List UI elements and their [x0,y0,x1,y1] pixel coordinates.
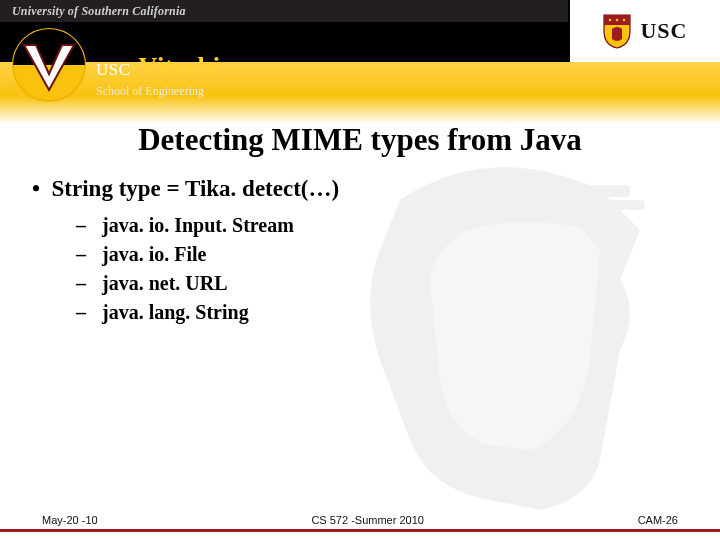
footer-slide-number: CAM-26 [638,514,678,526]
bullet-dot-icon: • [32,176,52,201]
usc-shield-icon [602,13,632,49]
slide-footer: May-20 -10 CS 572 -Summer 2010 CAM-26 [0,506,720,540]
lockup-viterbi-label: Viterbi [139,52,221,82]
dash-icon: – [76,243,90,266]
sub-item-text: java. lang. String [102,301,249,324]
lockup-usc-label: USC [96,60,131,80]
trojan-watermark-icon [340,160,660,520]
bullet-text: String type = Tika. detect(…) [52,176,340,201]
svg-rect-1 [515,200,645,210]
sub-item-text: java. net. URL [102,272,228,295]
viterbi-v-icon [12,28,86,102]
footer-date: May-20 -10 [42,514,98,526]
svg-rect-2 [400,290,430,410]
dash-icon: – [76,214,90,237]
list-item: – java. lang. String [76,301,294,324]
svg-point-5 [623,19,626,22]
svg-point-3 [609,19,612,22]
footer-rule [0,529,720,532]
dash-icon: – [76,272,90,295]
usc-shield-block: USC [568,0,720,62]
viterbi-lockup-text: USC Viterbi School of Engineering [96,52,221,99]
list-item: – java. io. Input. Stream [76,214,294,237]
sub-bullet-list: – java. io. Input. Stream – java. io. Fi… [76,214,294,330]
viterbi-lockup: USC Viterbi School of Engineering [12,28,221,102]
svg-rect-0 [520,185,630,197]
dash-icon: – [76,301,90,324]
list-item: – java. net. URL [76,272,294,295]
slide-title: Detecting MIME types from Java [0,122,720,158]
footer-course: CS 572 -Summer 2010 [311,514,424,526]
list-item: – java. io. File [76,243,294,266]
university-name: University of Southern California [12,4,186,19]
sub-item-text: java. io. File [102,243,206,266]
bullet-level-1: • String type = Tika. detect(…) [32,176,339,202]
svg-point-4 [616,19,619,22]
sub-item-text: java. io. Input. Stream [102,214,294,237]
usc-wordmark: USC [640,18,687,44]
lockup-soe-label: School of Engineering [96,84,221,99]
